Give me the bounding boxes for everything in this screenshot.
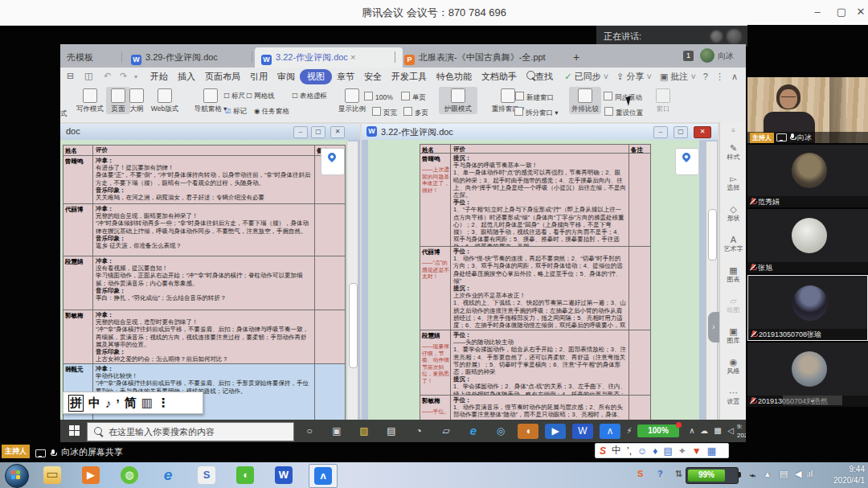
ribbon-页宽[interactable]: 页宽 [372,107,397,118]
menu-1[interactable]: 开始 [145,68,173,83]
ime-cn-icon[interactable]: 中 [612,444,621,457]
redo-icon[interactable]: ↷ [120,71,127,81]
checkbox-icon[interactable]: ☐ [223,92,230,100]
ime-glyph[interactable]: 拼 [68,395,84,412]
doc-minimize-icon[interactable]: – [653,126,668,138]
minimize-icon[interactable]: – [805,0,829,25]
sidebar-设置[interactable]: ⋯设置 [720,388,746,406]
tray-plug-icon[interactable]: ⚡ [623,423,636,439]
ime-inline-bar[interactable]: 拼中♪’简▥⋮ [63,392,203,414]
preview-icon[interactable]: ◫ [84,71,92,81]
tray-ime-icon[interactable]: ▤ [780,469,788,479]
tab-2[interactable]: W3.22-作业评阅.doc × [255,47,403,68]
qq-tray-icon[interactable]: ? [657,469,663,478]
ime-glyph[interactable]: 简 [125,396,137,411]
tray-up-icon[interactable]: ▴ [765,469,770,479]
sogou-logo-icon[interactable]: S [600,445,606,457]
ribbon-标记[interactable]: ☑ 标记 [225,107,247,117]
tab-1[interactable]: W3.29-作业评阅.doc [125,47,258,68]
menu-11[interactable]: 文档助手 [477,68,522,83]
tray-image-icon[interactable]: ▩ [711,423,724,439]
qq-icon[interactable]: ◎ [490,423,511,439]
video-tile-1[interactable]: 主持人向冰 [747,77,868,143]
ime-glyph[interactable]: ’ [117,396,120,410]
tray-cloud-icon[interactable]: ☁ [698,423,710,439]
doc-close-icon[interactable]: ✕ [330,126,345,138]
tab-partial[interactable]: 壳模板 [60,47,100,68]
menu-8[interactable]: 安全 [359,68,387,83]
sidebar-形状[interactable]: ◇形状 [720,204,746,223]
menu-3[interactable]: 页面布局 [200,68,245,83]
file-explorer-icon[interactable]: ▨ [354,423,375,439]
sidebar-图表[interactable]: ▦图表 [720,265,746,284]
video-tile-5[interactable]: 201913050704刘浩然⌄ [747,342,868,407]
ribbon-网格线[interactable]: ☐ 网格线 [246,92,275,101]
ribbon-同步滚动[interactable]: 同步滚动 [604,92,642,103]
word-icon[interactable]: W [572,424,593,439]
search-input[interactable]: 在这里输入你要搜索的内容 [87,422,294,441]
battery-indicator[interactable]: 99% [686,467,739,484]
ribbon-新建窗口[interactable]: 新建窗口 [515,92,554,103]
updown-icon[interactable]: ⇅ [675,469,682,479]
sogou-ime-bar[interactable]: S中’,☺♦▤✦▼▦ [595,443,729,458]
alarms-icon[interactable]: ◔ [408,423,429,439]
checkbox-icon[interactable]: ☐ [246,92,252,100]
sidebar-风格[interactable]: ◉风格 [720,357,746,375]
edge-icon[interactable]: e [463,423,484,439]
menu-6[interactable]: 视图 [300,69,332,84]
ime-glyph[interactable]: ▥ [141,396,153,410]
ribbon-100%[interactable]: 100% [364,92,393,101]
sidebar-绘图[interactable]: ▱绘图 [720,296,746,314]
sogou-tray-icon[interactable]: S [637,469,643,478]
more-icon[interactable]: ⋮ [715,72,724,81]
action-分享[interactable]: ⇪ 分享 ˅ [616,72,652,81]
undo-icon[interactable]: ↶ [104,71,111,81]
doc-window-left-titlebar[interactable]: doc – ▢ ✕ [60,124,360,140]
ime-grid-icon[interactable]: ▦ [707,445,716,457]
doc-minimize-icon[interactable]: – [293,126,308,138]
wechat-icon[interactable]: ◖ [518,424,538,439]
user-avatar[interactable] [700,48,714,63]
ime-hand-icon[interactable]: ✦ [678,445,686,457]
menu-9[interactable]: 开发工具 [387,68,432,83]
ime-skin-icon[interactable]: ▼ [692,445,702,457]
ime-emoji-icon[interactable]: ☺ [637,445,647,457]
sidebar-艺术字[interactable]: A艺术字 [720,235,746,253]
sidebar-collapse-chevron[interactable]: › [708,312,719,342]
ime-mic-icon[interactable]: ♦ [653,445,657,457]
menu-10[interactable]: 特色功能 [432,68,477,83]
ribbon-重设位置[interactable]: 重设位置 [604,107,643,118]
ime-glyph[interactable]: ♪ [105,396,112,410]
ime-keyboard-icon[interactable]: ▤ [663,445,672,457]
menu-7[interactable]: 章节 [332,68,359,83]
collapse-ribbon-icon[interactable]: ∧ [731,72,738,81]
action-批注[interactable]: ▣ 批注 ˅ [660,72,696,81]
scrollbar-thumb[interactable] [708,209,717,260]
task-view-icon[interactable]: ▣ [326,423,347,439]
scrollbar-thumb[interactable] [349,283,358,368]
video-tile-3[interactable]: 张旭 [747,209,868,273]
ribbon-护眼模式[interactable]: 护眼模式 [439,87,477,114]
tab-3[interactable]: P北服表演-《中国古典舞》-全.ppt [398,47,575,68]
ribbon-多页[interactable]: 多页 [403,107,428,118]
new-tab-button[interactable]: + [567,47,586,68]
ribbon-表格虚框[interactable]: ☐ 表格虚框 [292,92,327,101]
sidebar-样式[interactable]: ✎样式 [720,143,746,162]
ribbon-标尺[interactable]: ☐ 标尺 [223,92,245,101]
cortana-icon[interactable]: ○ [299,423,320,439]
menu-2[interactable]: 插入 [173,68,200,83]
scrollbar-right[interactable] [706,141,717,420]
menu-4[interactable]: 引用 [245,68,272,83]
tray-speaker-icon[interactable]: ◁ [724,423,737,439]
ime-punct-icon[interactable]: ’, [627,445,632,457]
video-tile-4[interactable]: 201913050708张瑜 [747,275,868,341]
nav-pin-right[interactable] [675,148,699,175]
films-icon[interactable]: ▶ [545,424,566,439]
tray-signal-icon[interactable]: ᵢıl [807,469,813,478]
ribbon-写作模式[interactable]: 写作模式 [72,87,108,114]
action-已同步[interactable]: ✓ 已同步 ˅ [564,72,608,81]
collapse-chevron-overlay[interactable]: ⌄ [783,396,842,405]
more-commands-icon[interactable]: ▾ [134,73,137,80]
tray-speaker-icon[interactable]: ◀ [795,469,801,479]
store-icon[interactable]: ▤ [381,423,402,439]
